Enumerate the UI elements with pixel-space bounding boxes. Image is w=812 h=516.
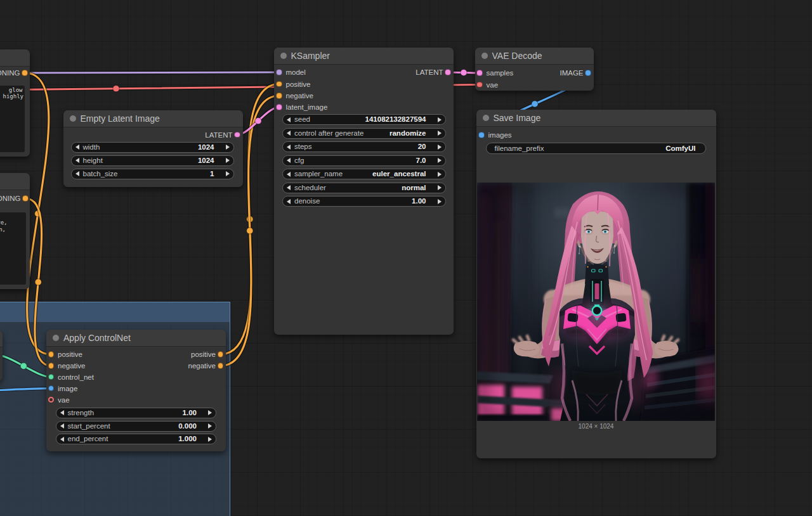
sampler-latent-link-midpoint-dot[interactable] [461,69,467,75]
node-graph-canvas[interactable]: CONDITIONINGglowhighlyCONDITIONINGre,n,E… [0,0,812,516]
sampler-latent-link [448,69,480,75]
controlnet-negative-link [221,96,280,366]
positive-cond-link [25,73,51,354]
vae-link [0,85,480,93]
controlnet-model-link-midpoint-dot[interactable] [20,363,27,369]
image-link-midpoint-dot[interactable] [532,101,538,107]
image-link [478,73,592,135]
latent-link-midpoint-dot[interactable] [255,118,261,124]
negative-cond-link-midpoint-dot[interactable] [35,279,41,285]
controlnet-model-link [0,355,51,377]
wires-layer [0,0,812,516]
vae-link-midpoint-dot[interactable] [113,86,119,92]
model-link [0,70,279,76]
controlnet-negative-link-midpoint-dot[interactable] [247,228,253,234]
model-link-midpoint-dot[interactable] [13,70,19,76]
controlnet-image-link [0,389,51,396]
